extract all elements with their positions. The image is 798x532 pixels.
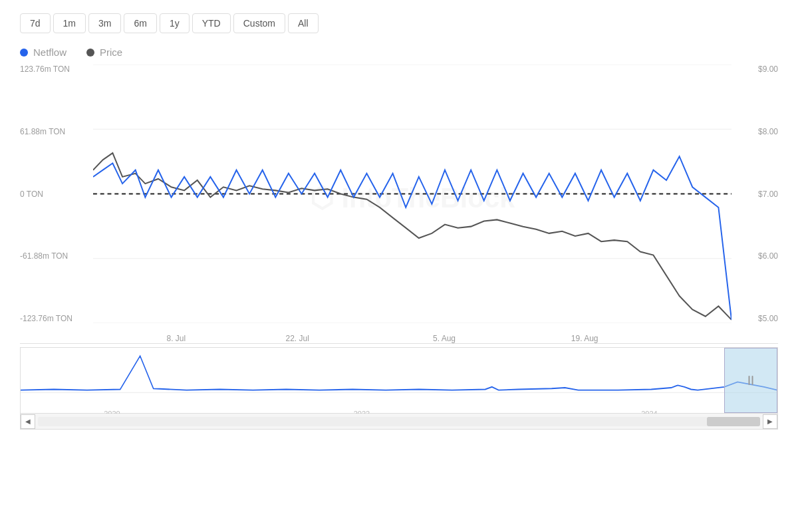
netflow-dot (20, 49, 28, 57)
btn-6m[interactable]: 6m (124, 13, 156, 33)
svg-rect-7 (21, 348, 777, 413)
y-axis-left: 123.76m TON 61.88m TON 0 TON -61.88m TON… (20, 65, 93, 323)
btn-1m[interactable]: 1m (53, 13, 86, 33)
btn-3m[interactable]: 3m (88, 13, 121, 33)
y-right-4: $5.00 (732, 314, 778, 323)
legend-netflow-label: Netflow (33, 47, 66, 58)
scrollbar-thumb[interactable] (707, 417, 760, 426)
legend-price: Price (86, 47, 122, 58)
chart-legend: Netflow Price (20, 47, 778, 58)
price-dot (86, 49, 94, 57)
y-left-1: 61.88m TON (20, 127, 93, 136)
scroll-right-btn[interactable]: ▶ (763, 414, 777, 429)
time-range-selector: 7d 1m 3m 6m 1y YTD Custom All (20, 13, 778, 33)
mini-chart-inner: 2020 2022 2024 (21, 348, 777, 413)
btn-1y[interactable]: 1y (160, 13, 190, 33)
mini-chart-handle[interactable] (724, 348, 777, 413)
y-left-4: -123.76m TON (20, 314, 93, 323)
btn-7d[interactable]: 7d (20, 13, 51, 33)
svg-text:⬡ IntoTheBlock: ⬡ IntoTheBlock (310, 182, 515, 213)
y-axis-right: $9.00 $8.00 $7.00 $6.00 $5.00 (732, 65, 778, 323)
handle-bars (749, 376, 753, 385)
scroll-left-btn[interactable]: ◀ (21, 414, 35, 429)
btn-custom[interactable]: Custom (233, 13, 285, 33)
y-left-0: 123.76m TON (20, 65, 93, 74)
x-label-1: 22. Jul (286, 334, 309, 343)
y-right-1: $8.00 (732, 127, 778, 136)
y-left-3: -61.88m TON (20, 251, 93, 261)
y-right-0: $9.00 (732, 65, 778, 74)
handle-bar-1 (749, 376, 750, 385)
scrollbar-track[interactable] (38, 417, 760, 426)
legend-price-label: Price (100, 47, 122, 58)
btn-ytd[interactable]: YTD (192, 13, 231, 33)
chart-svg-area: ⬡ IntoTheBlock (93, 65, 732, 323)
handle-bar-2 (752, 376, 753, 385)
chart-wrapper: 123.76m TON 61.88m TON 0 TON -61.88m TON… (20, 65, 778, 525)
btn-all[interactable]: All (288, 13, 319, 33)
main-chart: 123.76m TON 61.88m TON 0 TON -61.88m TON… (20, 65, 778, 344)
mini-chart: 2020 2022 2024 (20, 347, 778, 414)
y-left-2: 0 TON (20, 190, 93, 199)
scrollbar: ◀ ▶ (20, 414, 778, 430)
legend-netflow: Netflow (20, 47, 66, 58)
x-label-2: 5. Aug (433, 334, 456, 343)
x-axis: 8. Jul 22. Jul 5. Aug 19. Aug (93, 323, 732, 343)
y-right-2: $7.00 (732, 190, 778, 199)
y-right-3: $6.00 (732, 251, 778, 261)
x-label-3: 19. Aug (571, 334, 598, 343)
x-label-0: 8. Jul (166, 334, 186, 343)
